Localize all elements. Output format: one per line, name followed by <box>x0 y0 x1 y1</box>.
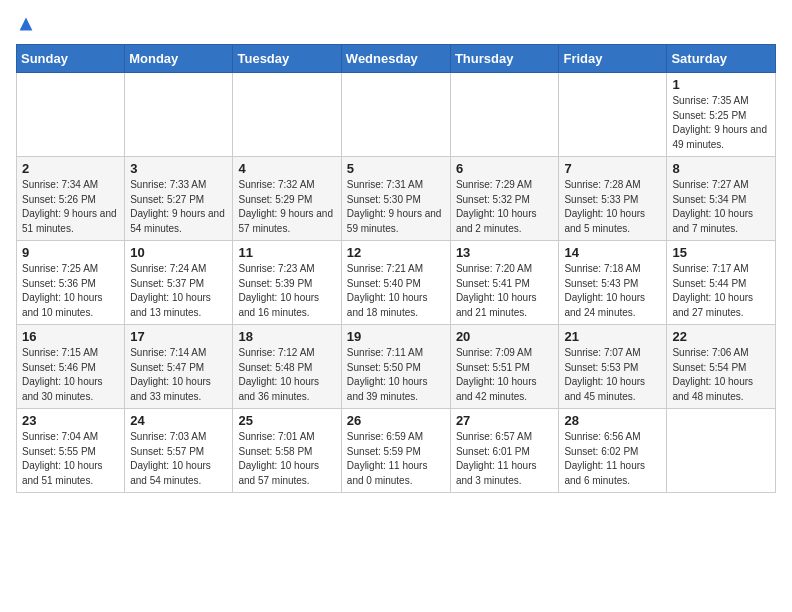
day-info: Sunrise: 7:01 AM Sunset: 5:58 PM Dayligh… <box>238 430 335 488</box>
calendar-cell <box>667 409 776 493</box>
day-info: Sunrise: 7:04 AM Sunset: 5:55 PM Dayligh… <box>22 430 119 488</box>
day-info: Sunrise: 7:03 AM Sunset: 5:57 PM Dayligh… <box>130 430 227 488</box>
day-info: Sunrise: 7:07 AM Sunset: 5:53 PM Dayligh… <box>564 346 661 404</box>
day-info: Sunrise: 7:25 AM Sunset: 5:36 PM Dayligh… <box>22 262 119 320</box>
logo <box>16 16 34 32</box>
calendar-cell <box>450 73 559 157</box>
day-of-week-header: Monday <box>125 45 233 73</box>
day-number: 14 <box>564 245 661 260</box>
day-info: Sunrise: 7:28 AM Sunset: 5:33 PM Dayligh… <box>564 178 661 236</box>
calendar-cell <box>559 73 667 157</box>
day-number: 6 <box>456 161 554 176</box>
day-number: 10 <box>130 245 227 260</box>
calendar-cell: 1Sunrise: 7:35 AM Sunset: 5:25 PM Daylig… <box>667 73 776 157</box>
logo-icon <box>18 16 34 32</box>
day-info: Sunrise: 7:18 AM Sunset: 5:43 PM Dayligh… <box>564 262 661 320</box>
calendar-week-row: 1Sunrise: 7:35 AM Sunset: 5:25 PM Daylig… <box>17 73 776 157</box>
calendar-cell: 6Sunrise: 7:29 AM Sunset: 5:32 PM Daylig… <box>450 157 559 241</box>
calendar-cell: 2Sunrise: 7:34 AM Sunset: 5:26 PM Daylig… <box>17 157 125 241</box>
page-header <box>16 16 776 32</box>
day-info: Sunrise: 7:35 AM Sunset: 5:25 PM Dayligh… <box>672 94 770 152</box>
day-info: Sunrise: 7:11 AM Sunset: 5:50 PM Dayligh… <box>347 346 445 404</box>
calendar-header-row: SundayMondayTuesdayWednesdayThursdayFrid… <box>17 45 776 73</box>
calendar-cell: 20Sunrise: 7:09 AM Sunset: 5:51 PM Dayli… <box>450 325 559 409</box>
calendar-cell: 18Sunrise: 7:12 AM Sunset: 5:48 PM Dayli… <box>233 325 341 409</box>
calendar-cell: 10Sunrise: 7:24 AM Sunset: 5:37 PM Dayli… <box>125 241 233 325</box>
calendar-cell: 26Sunrise: 6:59 AM Sunset: 5:59 PM Dayli… <box>341 409 450 493</box>
calendar-week-row: 2Sunrise: 7:34 AM Sunset: 5:26 PM Daylig… <box>17 157 776 241</box>
calendar-cell: 15Sunrise: 7:17 AM Sunset: 5:44 PM Dayli… <box>667 241 776 325</box>
calendar-cell <box>233 73 341 157</box>
calendar-cell: 13Sunrise: 7:20 AM Sunset: 5:41 PM Dayli… <box>450 241 559 325</box>
calendar-cell: 7Sunrise: 7:28 AM Sunset: 5:33 PM Daylig… <box>559 157 667 241</box>
day-info: Sunrise: 7:31 AM Sunset: 5:30 PM Dayligh… <box>347 178 445 236</box>
day-info: Sunrise: 6:59 AM Sunset: 5:59 PM Dayligh… <box>347 430 445 488</box>
calendar-table: SundayMondayTuesdayWednesdayThursdayFrid… <box>16 44 776 493</box>
day-of-week-header: Saturday <box>667 45 776 73</box>
day-info: Sunrise: 6:56 AM Sunset: 6:02 PM Dayligh… <box>564 430 661 488</box>
day-number: 12 <box>347 245 445 260</box>
calendar-cell: 5Sunrise: 7:31 AM Sunset: 5:30 PM Daylig… <box>341 157 450 241</box>
day-number: 27 <box>456 413 554 428</box>
day-of-week-header: Wednesday <box>341 45 450 73</box>
calendar-cell: 17Sunrise: 7:14 AM Sunset: 5:47 PM Dayli… <box>125 325 233 409</box>
calendar-week-row: 16Sunrise: 7:15 AM Sunset: 5:46 PM Dayli… <box>17 325 776 409</box>
day-number: 25 <box>238 413 335 428</box>
calendar-cell: 21Sunrise: 7:07 AM Sunset: 5:53 PM Dayli… <box>559 325 667 409</box>
day-number: 16 <box>22 329 119 344</box>
day-info: Sunrise: 7:12 AM Sunset: 5:48 PM Dayligh… <box>238 346 335 404</box>
calendar-cell: 22Sunrise: 7:06 AM Sunset: 5:54 PM Dayli… <box>667 325 776 409</box>
calendar-cell: 19Sunrise: 7:11 AM Sunset: 5:50 PM Dayli… <box>341 325 450 409</box>
day-info: Sunrise: 7:23 AM Sunset: 5:39 PM Dayligh… <box>238 262 335 320</box>
day-number: 2 <box>22 161 119 176</box>
calendar-cell: 11Sunrise: 7:23 AM Sunset: 5:39 PM Dayli… <box>233 241 341 325</box>
day-number: 15 <box>672 245 770 260</box>
day-info: Sunrise: 7:32 AM Sunset: 5:29 PM Dayligh… <box>238 178 335 236</box>
day-number: 23 <box>22 413 119 428</box>
day-of-week-header: Tuesday <box>233 45 341 73</box>
calendar-cell: 25Sunrise: 7:01 AM Sunset: 5:58 PM Dayli… <box>233 409 341 493</box>
calendar-cell <box>17 73 125 157</box>
day-number: 11 <box>238 245 335 260</box>
day-number: 7 <box>564 161 661 176</box>
day-of-week-header: Thursday <box>450 45 559 73</box>
day-number: 3 <box>130 161 227 176</box>
day-of-week-header: Sunday <box>17 45 125 73</box>
day-number: 13 <box>456 245 554 260</box>
day-info: Sunrise: 7:14 AM Sunset: 5:47 PM Dayligh… <box>130 346 227 404</box>
day-info: Sunrise: 7:29 AM Sunset: 5:32 PM Dayligh… <box>456 178 554 236</box>
day-info: Sunrise: 7:33 AM Sunset: 5:27 PM Dayligh… <box>130 178 227 236</box>
calendar-cell: 16Sunrise: 7:15 AM Sunset: 5:46 PM Dayli… <box>17 325 125 409</box>
day-info: Sunrise: 7:20 AM Sunset: 5:41 PM Dayligh… <box>456 262 554 320</box>
calendar-cell <box>125 73 233 157</box>
day-info: Sunrise: 7:34 AM Sunset: 5:26 PM Dayligh… <box>22 178 119 236</box>
calendar-cell: 14Sunrise: 7:18 AM Sunset: 5:43 PM Dayli… <box>559 241 667 325</box>
day-number: 26 <box>347 413 445 428</box>
svg-marker-0 <box>20 18 33 31</box>
day-of-week-header: Friday <box>559 45 667 73</box>
day-info: Sunrise: 7:15 AM Sunset: 5:46 PM Dayligh… <box>22 346 119 404</box>
calendar-cell: 9Sunrise: 7:25 AM Sunset: 5:36 PM Daylig… <box>17 241 125 325</box>
day-number: 8 <box>672 161 770 176</box>
day-number: 21 <box>564 329 661 344</box>
day-info: Sunrise: 7:06 AM Sunset: 5:54 PM Dayligh… <box>672 346 770 404</box>
day-number: 5 <box>347 161 445 176</box>
calendar-cell: 3Sunrise: 7:33 AM Sunset: 5:27 PM Daylig… <box>125 157 233 241</box>
calendar-week-row: 23Sunrise: 7:04 AM Sunset: 5:55 PM Dayli… <box>17 409 776 493</box>
calendar-cell: 12Sunrise: 7:21 AM Sunset: 5:40 PM Dayli… <box>341 241 450 325</box>
day-number: 9 <box>22 245 119 260</box>
calendar-cell: 8Sunrise: 7:27 AM Sunset: 5:34 PM Daylig… <box>667 157 776 241</box>
calendar-cell: 27Sunrise: 6:57 AM Sunset: 6:01 PM Dayli… <box>450 409 559 493</box>
calendar-cell: 23Sunrise: 7:04 AM Sunset: 5:55 PM Dayli… <box>17 409 125 493</box>
calendar-cell <box>341 73 450 157</box>
day-info: Sunrise: 7:24 AM Sunset: 5:37 PM Dayligh… <box>130 262 227 320</box>
day-number: 19 <box>347 329 445 344</box>
day-number: 17 <box>130 329 227 344</box>
day-number: 22 <box>672 329 770 344</box>
calendar-cell: 24Sunrise: 7:03 AM Sunset: 5:57 PM Dayli… <box>125 409 233 493</box>
day-info: Sunrise: 7:21 AM Sunset: 5:40 PM Dayligh… <box>347 262 445 320</box>
day-info: Sunrise: 7:17 AM Sunset: 5:44 PM Dayligh… <box>672 262 770 320</box>
day-info: Sunrise: 6:57 AM Sunset: 6:01 PM Dayligh… <box>456 430 554 488</box>
day-info: Sunrise: 7:27 AM Sunset: 5:34 PM Dayligh… <box>672 178 770 236</box>
day-number: 4 <box>238 161 335 176</box>
